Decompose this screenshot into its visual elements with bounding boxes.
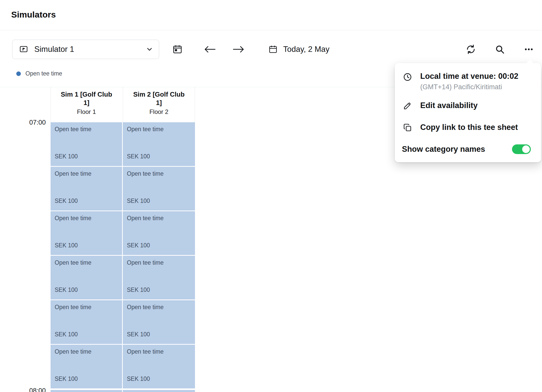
search-button[interactable] <box>493 41 507 57</box>
refresh-button[interactable] <box>464 41 478 57</box>
toggle-knob <box>522 145 530 153</box>
chevron-down-icon <box>146 46 153 53</box>
open-tee-time-slot[interactable]: Open tee timeSEK 100 <box>123 390 195 392</box>
slot-price: SEK 100 <box>55 153 78 160</box>
slot-price: SEK 100 <box>55 287 78 293</box>
open-tee-time-slot[interactable]: Open tee timeSEK 100 <box>51 167 122 210</box>
slot-label: Open tee time <box>127 126 163 133</box>
local-time-subtitle: (GMT+14) Pacific/Kiritimati <box>420 83 518 91</box>
slot-label: Open tee time <box>127 215 163 222</box>
slot-label: Open tee time <box>55 126 91 133</box>
tee-sheet-grid: 07:00 08:00 Sim 1 [Golf Club 1]Floor 1Op… <box>0 87 195 392</box>
slot-price: SEK 100 <box>127 198 150 204</box>
slot-label: Open tee time <box>55 215 91 222</box>
slot-price: SEK 100 <box>127 242 150 249</box>
legend-label: Open tee time <box>25 70 62 77</box>
page-title: Simulators <box>11 10 56 20</box>
open-tee-time-slot[interactable]: Open tee timeSEK 100 <box>51 345 122 388</box>
open-tee-time-slot[interactable]: Open tee timeSEK 100 <box>123 211 195 255</box>
toggle-label: Show category names <box>402 145 485 154</box>
open-tee-time-slot[interactable]: Open tee timeSEK 100 <box>51 390 122 392</box>
slot-label: Open tee time <box>55 348 91 355</box>
simulator-select[interactable]: Simulator 1 <box>12 40 159 59</box>
open-tee-time-slot[interactable]: Open tee timeSEK 100 <box>51 211 122 255</box>
column-subtitle: Floor 2 <box>123 108 195 115</box>
calendar-today-icon <box>172 44 183 54</box>
sheet-column: Sim 1 [Golf Club 1]Floor 1Open tee timeS… <box>51 87 122 392</box>
slot-label: Open tee time <box>55 170 91 177</box>
calendar-icon <box>268 45 278 54</box>
time-label: 08:00 <box>29 387 46 392</box>
prev-day-button[interactable] <box>201 41 219 57</box>
calendar-today-button[interactable] <box>170 41 185 57</box>
search-icon <box>495 44 505 54</box>
column-header: Sim 2 [Golf Club 1]Floor 2 <box>123 87 195 122</box>
toolbar: Simulator 1 <box>0 30 542 68</box>
simulator-select-value: Simulator 1 <box>34 45 140 54</box>
menu-item-edit-availability[interactable]: Edit availability <box>402 95 531 116</box>
simulator-icon <box>19 45 28 54</box>
column-header: Sim 1 [Golf Club 1]Floor 1 <box>51 87 122 122</box>
open-tee-time-slot[interactable]: Open tee timeSEK 100 <box>123 167 195 210</box>
menu-item-copy-link[interactable]: Copy link to this tee sheet <box>402 116 531 138</box>
open-tee-time-slot[interactable]: Open tee timeSEK 100 <box>123 256 195 299</box>
time-gutter: 07:00 08:00 <box>0 87 51 392</box>
date-display[interactable]: Today, 2 May <box>268 45 329 54</box>
page-header: Simulators <box>0 0 542 30</box>
show-category-names-toggle[interactable] <box>512 144 531 154</box>
open-tee-time-slot[interactable]: Open tee timeSEK 100 <box>51 300 122 344</box>
slot-label: Open tee time <box>55 304 91 311</box>
slot-price: SEK 100 <box>127 375 150 382</box>
slot-price: SEK 100 <box>55 198 78 204</box>
column-title: Sim 2 [Golf Club 1] <box>123 90 195 107</box>
slot-price: SEK 100 <box>55 375 78 382</box>
refresh-icon <box>466 44 476 54</box>
slot-label: Open tee time <box>127 348 163 355</box>
open-tee-time-slot[interactable]: Open tee timeSEK 100 <box>123 300 195 344</box>
legend-dot <box>16 71 21 76</box>
copy-icon <box>402 123 413 132</box>
open-tee-time-slot[interactable]: Open tee timeSEK 100 <box>51 256 122 299</box>
slot-price: SEK 100 <box>55 242 78 249</box>
slot-label: Open tee time <box>127 170 163 177</box>
legend: Open tee time <box>16 70 62 77</box>
open-tee-time-slot[interactable]: Open tee timeSEK 100 <box>123 122 195 166</box>
toolbar-right <box>464 41 536 57</box>
clock-icon <box>402 72 413 82</box>
slot-label: Open tee time <box>127 259 163 266</box>
ellipsis-icon <box>524 44 534 54</box>
sheet-columns: Sim 1 [Golf Club 1]Floor 1Open tee timeS… <box>51 87 195 392</box>
local-time-text: Local time at venue: 00:02 (GMT+14) Paci… <box>420 72 518 91</box>
arrow-left-icon <box>203 45 217 54</box>
menu-item-label: Edit availability <box>420 101 478 110</box>
slot-price: SEK 100 <box>127 153 150 160</box>
next-day-button[interactable] <box>230 41 247 57</box>
sheet-column: Sim 2 [Golf Club 1]Floor 2Open tee timeS… <box>123 87 195 392</box>
slot-price: SEK 100 <box>127 287 150 293</box>
local-time-title: Local time at venue: 00:02 <box>420 72 518 81</box>
slot-price: SEK 100 <box>127 331 150 338</box>
column-body: Open tee timeSEK 100Open tee timeSEK 100… <box>51 122 122 392</box>
slot-label: Open tee time <box>127 304 163 311</box>
column-body: Open tee timeSEK 100Open tee timeSEK 100… <box>123 122 195 392</box>
slot-price: SEK 100 <box>55 331 78 338</box>
arrow-right-icon <box>232 45 245 54</box>
open-tee-time-slot[interactable]: Open tee timeSEK 100 <box>123 345 195 388</box>
time-label: 07:00 <box>29 118 46 126</box>
pencil-icon <box>402 101 413 110</box>
column-title: Sim 1 [Golf Club 1] <box>51 90 122 107</box>
date-label: Today, 2 May <box>283 45 329 54</box>
options-menu: Local time at venue: 00:02 (GMT+14) Paci… <box>395 63 541 162</box>
local-time-row: Local time at venue: 00:02 (GMT+14) Paci… <box>402 68 531 95</box>
slot-label: Open tee time <box>55 259 91 266</box>
more-options-button[interactable] <box>522 41 536 57</box>
open-tee-time-slot[interactable]: Open tee timeSEK 100 <box>51 122 122 166</box>
menu-item-label: Copy link to this tee sheet <box>420 123 518 132</box>
column-subtitle: Floor 1 <box>51 108 122 115</box>
show-category-names-row: Show category names <box>402 142 531 154</box>
